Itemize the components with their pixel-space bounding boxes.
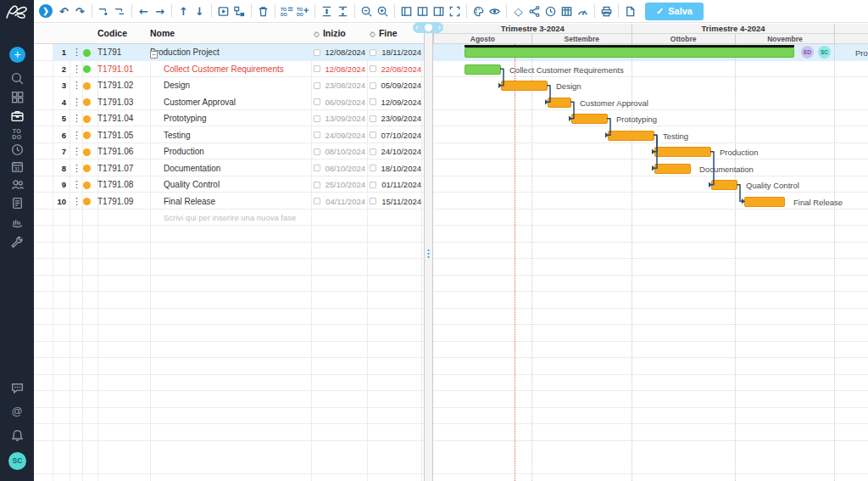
gantt-bar[interactable] [465, 48, 794, 58]
gantt-bar[interactable] [501, 81, 548, 91]
collapse-toggle-icon[interactable]: − [150, 51, 158, 59]
table-row[interactable]: 7⋮T1791.06Production08/10/202424/10/2024 [34, 143, 424, 160]
layout-gantt-icon[interactable] [431, 3, 447, 20]
row-menu-icon[interactable]: ⋮ [72, 196, 81, 207]
row-menu-icon[interactable]: ⋮ [72, 47, 81, 58]
end-date-cell[interactable]: 05/09/2024 [379, 81, 421, 90]
table-row[interactable]: 5⋮T1791.04Prototyping13/09/202423/09/202… [34, 110, 424, 127]
save-button[interactable]: ✓ Salva [645, 3, 704, 20]
status-dot[interactable] [83, 148, 91, 156]
start-date-cell[interactable]: 23/08/2024 [323, 81, 365, 90]
sidebar-item-search-icon[interactable] [8, 70, 25, 87]
column-header-code[interactable]: Codice [97, 28, 127, 38]
status-dot[interactable] [83, 98, 91, 106]
indent-icon[interactable]: → [152, 3, 168, 20]
task-code-cell[interactable]: T1791.02 [97, 81, 133, 90]
user-avatar[interactable]: SC [8, 452, 26, 470]
gantt-bar[interactable] [654, 164, 691, 174]
splitter-slider[interactable]: ‹ › [413, 22, 443, 33]
end-date-cell[interactable]: 12/09/2024 [379, 98, 421, 107]
sidebar-item-calendar-icon[interactable]: 31 [8, 158, 25, 175]
task-name-cell[interactable]: −Production Project [150, 48, 220, 57]
start-checkbox[interactable] [314, 65, 320, 72]
start-checkbox[interactable] [314, 98, 320, 105]
task-code-cell[interactable]: T1791.04 [97, 114, 133, 123]
zoom-in-icon[interactable] [375, 3, 391, 20]
status-dot[interactable] [83, 182, 91, 189]
gantt-bar[interactable] [571, 114, 608, 124]
style-palette-icon[interactable] [470, 3, 487, 20]
task-code-cell[interactable]: T1791.07 [97, 164, 133, 173]
start-checkbox[interactable] [314, 182, 320, 188]
status-dot[interactable] [83, 115, 91, 123]
table-row[interactable]: 9⋮T1791.08Quality Control25/10/202401/11… [34, 176, 424, 193]
task-code-cell[interactable]: T1791.01 [97, 64, 133, 74]
layout-table-icon[interactable] [398, 3, 415, 20]
row-menu-icon[interactable]: ⋮ [72, 146, 81, 157]
sidebar-item-chat-icon[interactable] [8, 379, 25, 396]
row-menu-icon[interactable]: ⋮ [72, 64, 81, 75]
sidebar-item-modules-icon[interactable] [8, 88, 25, 105]
move-down-icon[interactable]: ↓ [192, 3, 208, 20]
start-date-cell[interactable]: 06/09/2024 [323, 98, 365, 107]
task-code-cell[interactable]: T1791.08 [97, 180, 133, 189]
unlink-tasks-icon[interactable] [112, 3, 128, 20]
sidebar-item-worklog-icon[interactable] [8, 141, 25, 158]
table-row[interactable]: 4⋮T1791.03Customer Approval06/09/202412/… [34, 94, 424, 111]
new-task-placeholder[interactable]: Scrivi qui per inserire una nuova fase [164, 213, 296, 222]
end-checkbox[interactable] [370, 148, 376, 155]
table-row[interactable]: 1⋮T1791−Production Project12/08/202418/1… [34, 44, 424, 61]
row-menu-icon[interactable]: ⋮ [72, 113, 81, 124]
pane-splitter[interactable]: ••• [424, 24, 433, 481]
end-checkbox[interactable] [370, 49, 376, 56]
todo-add-icon[interactable]: TODO [295, 3, 311, 20]
gantt-bar[interactable] [608, 131, 654, 141]
start-date-cell[interactable]: 08/10/2024 [323, 147, 365, 156]
task-name-cell[interactable]: Documentation [164, 164, 220, 173]
end-date-cell[interactable]: 18/11/2024 [379, 48, 421, 57]
task-code-cell[interactable]: T1791.05 [97, 131, 133, 140]
task-code-cell[interactable]: T1791.09 [97, 197, 133, 206]
status-dot[interactable] [83, 82, 91, 90]
end-checkbox[interactable] [370, 115, 376, 122]
collapse-all-icon[interactable] [335, 3, 351, 20]
end-checkbox[interactable] [370, 82, 376, 89]
end-checkbox[interactable] [370, 131, 376, 138]
column-header-end[interactable]: ◇Fine [370, 28, 398, 38]
fullscreen-icon[interactable] [447, 3, 463, 20]
table-row[interactable]: 10⋮T1791.09Final Release04/11/202415/11/… [34, 193, 424, 210]
status-dot[interactable] [83, 65, 91, 73]
start-checkbox[interactable] [314, 198, 320, 204]
start-date-cell[interactable]: 08/10/2024 [323, 164, 365, 173]
table-row[interactable]: 6⋮T1791.05Testing24/09/202407/10/2024 [34, 127, 424, 144]
sidebar-item-hand-icon[interactable] [8, 214, 25, 231]
gantt-bar[interactable] [744, 197, 785, 207]
task-name-cell[interactable]: Production [164, 147, 204, 156]
slider-left-icon[interactable]: ‹ [415, 25, 418, 31]
gantt-bar[interactable] [711, 180, 737, 190]
start-date-cell[interactable]: 04/11/2024 [323, 197, 365, 206]
milestone-icon[interactable]: ◇ [510, 3, 526, 20]
status-dot[interactable] [83, 131, 91, 139]
end-checkbox[interactable] [370, 98, 376, 105]
end-checkbox[interactable] [370, 198, 376, 204]
slider-knob[interactable] [425, 24, 432, 31]
start-checkbox[interactable] [314, 49, 320, 56]
panel-toggle-icon[interactable]: ❯ [39, 4, 53, 18]
end-checkbox[interactable] [370, 165, 376, 171]
sidebar-item-todo-icon[interactable]: TODO [8, 126, 25, 143]
task-name-cell[interactable]: Design [164, 81, 190, 90]
end-date-cell[interactable]: 23/09/2024 [379, 114, 421, 123]
delete-icon[interactable] [255, 3, 271, 20]
task-code-cell[interactable]: T1791.03 [97, 98, 133, 107]
insert-task-icon[interactable] [215, 3, 231, 20]
start-date-cell[interactable]: 12/08/2024 [323, 64, 365, 74]
row-menu-icon[interactable]: ⋮ [72, 80, 81, 91]
task-name-cell[interactable]: Customer Approval [164, 98, 236, 107]
sidebar-item-mentions-icon[interactable]: @ [8, 402, 25, 419]
move-up-icon[interactable]: ↑ [175, 3, 192, 20]
table-row[interactable]: 2⋮T1791.01Collect Customer Requirements1… [34, 61, 424, 78]
task-name-cell[interactable]: Final Release [164, 197, 215, 206]
end-date-cell[interactable]: 18/10/2024 [379, 164, 421, 173]
undo-icon[interactable]: ↶ [56, 3, 72, 20]
